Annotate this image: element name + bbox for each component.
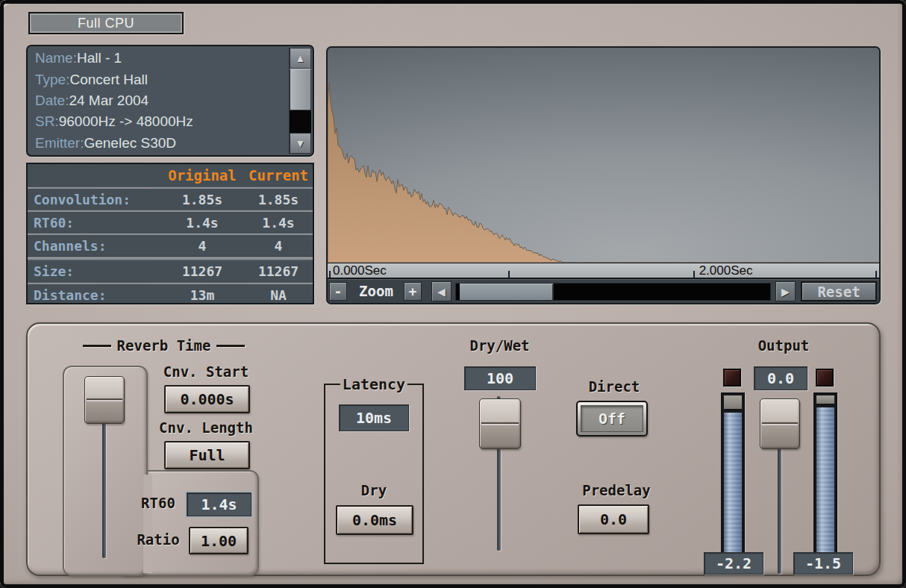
meter-level-fill	[724, 413, 742, 552]
ruler-label-start: 0.000Sec	[330, 263, 387, 278]
table-row-convolution: Convolution: 1.85s 1.85s	[28, 189, 313, 210]
reset-label: Reset	[817, 284, 860, 300]
scroll-up-button[interactable]: ▲	[290, 48, 311, 69]
plugin-window: Full CPU Name:Hall - 1 Type:Concert Hall…	[0, 0, 906, 588]
zoom-controls: - Zoom + ◀ ▶ Reset	[328, 279, 879, 303]
preset-sr-label: SR:	[35, 113, 59, 129]
meter-readout-right: -1.5	[793, 552, 853, 575]
preset-date-label: Date:	[35, 93, 69, 108]
cnv-start-label: Cnv. Start	[161, 363, 251, 380]
info-scrollbar-track[interactable]	[290, 110, 311, 133]
preset-sr-value: 96000Hz -> 48000Hz	[59, 113, 193, 129]
output-gain-field[interactable]: 0.0	[754, 366, 807, 390]
output-slider-handle[interactable]	[760, 398, 800, 449]
meter-level-fill	[816, 407, 834, 552]
panel-seam-patch	[143, 475, 152, 573]
output-meter-right	[813, 392, 837, 555]
preset-type-row: Type:Concert Hall	[35, 72, 289, 88]
zoom-scrollbar-thumb[interactable]	[460, 284, 553, 300]
full-cpu-label: Full CPU	[78, 16, 134, 31]
zoom-out-button[interactable]: -	[329, 282, 347, 301]
table-row-rt60: RT60: 1.4s 1.4s	[28, 212, 313, 233]
stats-table: Original Current Convolution: 1.85s 1.85…	[26, 163, 314, 304]
table-row-distance: Distance: 13m NA	[28, 284, 313, 304]
stats-header-row: Original Current	[28, 164, 313, 187]
predelay-label: Predelay	[581, 482, 652, 498]
dry-wet-value-field[interactable]: 100	[464, 366, 536, 390]
preset-name-label: Name:	[35, 50, 77, 66]
stats-col-original: Original	[160, 167, 244, 184]
zoom-label: Zoom	[349, 280, 404, 303]
scroll-up-icon: ▲	[296, 52, 306, 64]
ruler-tick	[875, 271, 877, 278]
stats-col-current: Current	[243, 167, 314, 184]
scroll-down-button[interactable]: ▼	[290, 133, 311, 154]
preset-name-value: Hall - 1	[77, 50, 122, 66]
title-dash	[216, 345, 245, 347]
waveform-display[interactable]	[328, 48, 879, 263]
reset-button[interactable]: Reset	[801, 281, 877, 301]
scroll-down-icon: ▼	[296, 137, 306, 149]
reverb-time-title: Reverb Time	[72, 337, 255, 354]
arrow-right-icon: ▶	[781, 287, 790, 297]
ruler-tick	[508, 271, 510, 278]
title-dash	[83, 345, 111, 347]
preset-sr-row: SR:96000Hz -> 48000Hz	[35, 113, 289, 130]
rt60-label: RT60	[134, 495, 182, 511]
ir-display: 0.000Sec 2.000Sec - Zoom + ◀ ▶ Reset	[326, 46, 881, 304]
arrow-left-icon: ◀	[437, 287, 446, 297]
ruler-tick	[693, 271, 695, 278]
predelay-button[interactable]: 0.0	[578, 504, 649, 534]
latency-title: Latency	[340, 375, 407, 393]
latency-value-field[interactable]: 10ms	[339, 404, 409, 431]
controls-panel: Reverb Time Cnv. Start 0.000s Cnv. Lengt…	[26, 322, 881, 576]
clip-indicator-left[interactable]	[723, 369, 741, 387]
cnv-length-label: Cnv. Length	[154, 419, 258, 436]
rt60-field[interactable]: 1.4s	[187, 492, 252, 516]
time-ruler: 0.000Sec 2.000Sec	[328, 263, 879, 279]
cnv-length-button[interactable]: Full	[164, 441, 250, 469]
preset-type-value: Concert Hall	[69, 72, 148, 87]
ratio-label: Ratio	[132, 531, 184, 548]
preset-name-row: Name:Hall - 1	[35, 50, 289, 66]
dry-label: Dry	[352, 482, 396, 498]
dry-button[interactable]: 0.0ms	[336, 505, 413, 535]
meter-cap	[816, 395, 834, 404]
table-row-size: Size: 11267 11267	[28, 260, 313, 282]
preset-info-rows: Name:Hall - 1 Type:Concert Hall Date:24 …	[28, 46, 289, 155]
full-cpu-button[interactable]: Full CPU	[28, 12, 184, 34]
ratio-button[interactable]: 1.00	[189, 527, 249, 554]
scroll-left-button[interactable]: ◀	[431, 281, 452, 301]
zoom-in-button[interactable]: +	[404, 282, 422, 301]
preset-emitter-label: Emitter:	[35, 135, 84, 151]
meter-cap	[724, 395, 742, 410]
minus-icon: -	[334, 285, 343, 298]
direct-label: Direct	[588, 378, 640, 395]
reverb-time-slider-handle[interactable]	[84, 376, 125, 424]
info-scrollbar[interactable]: ▲ ▼	[289, 48, 311, 154]
info-scrollbar-thumb[interactable]	[290, 69, 311, 110]
preset-type-label: Type:	[35, 72, 69, 87]
table-row-channels: Channels: 4 4	[28, 235, 313, 256]
scroll-right-button[interactable]: ▶	[775, 281, 796, 301]
ruler-label-2sec: 2.000Sec	[696, 263, 753, 278]
output-label: Output	[757, 337, 810, 354]
direct-toggle-button[interactable]: Off	[576, 401, 648, 437]
preset-emitter-row: Emitter:Genelec S30D	[35, 135, 289, 151]
plus-icon: +	[409, 285, 417, 298]
preset-date-row: Date:24 Mar 2004	[35, 93, 289, 109]
direct-toggle-state: Off	[581, 405, 643, 432]
waveform-envelope	[328, 83, 879, 263]
ruler-tick	[329, 271, 331, 278]
output-meter-left	[721, 392, 745, 555]
cnv-start-button[interactable]: 0.000s	[164, 385, 250, 413]
meter-readout-left: -2.2	[704, 552, 763, 575]
preset-info-panel: Name:Hall - 1 Type:Concert Hall Date:24 …	[26, 45, 314, 157]
clip-indicator-right[interactable]	[816, 369, 834, 387]
dry-wet-label: Dry/Wet	[460, 337, 539, 354]
preset-emitter-value: Genelec S30D	[84, 135, 176, 151]
impulse-response-waveform	[328, 48, 879, 263]
zoom-scrollbar-track[interactable]	[455, 283, 771, 301]
dry-wet-slider-handle[interactable]	[479, 398, 521, 449]
preset-date-value: 24 Mar 2004	[69, 93, 149, 108]
